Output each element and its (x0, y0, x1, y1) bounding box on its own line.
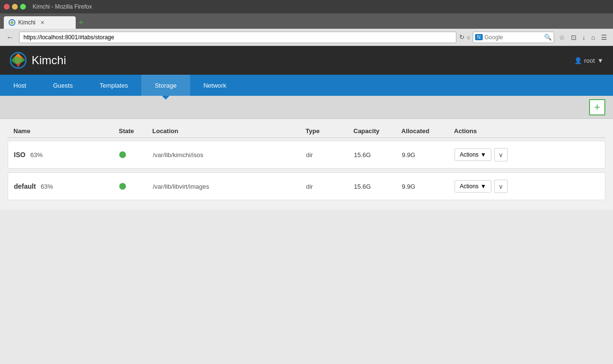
browser-search-box: N 🔍 (473, 32, 554, 43)
tab-favicon-icon (9, 19, 15, 26)
row-iso-percent: 63% (30, 151, 43, 159)
row-iso-name: ISO (14, 151, 25, 159)
row-default-percent: 63% (41, 183, 53, 190)
browser-address-bar: ← ↻ c N 🔍 ☆ ⊡ ↓ ⌂ ☰ (0, 29, 613, 46)
content-area: Name State Location Type Capacity Alloca… (0, 119, 613, 210)
row-default-state (119, 183, 153, 190)
iso-expand-button[interactable]: ∨ (494, 148, 508, 161)
status-active-dot (119, 183, 126, 190)
nav-bar: Host Guests Templates Storage Network (0, 75, 613, 96)
table-header: Name State Location Type Capacity Alloca… (8, 125, 605, 138)
row-default-capacity: 15.6G (354, 183, 402, 190)
row-name-cell: ISO 63% (14, 151, 119, 159)
toolbar: + (0, 96, 613, 119)
menu-button[interactable]: ☰ (599, 33, 609, 42)
row-default-location: /var/lib/libvirt/images (153, 183, 306, 190)
nav-item-templates[interactable]: Templates (86, 75, 141, 96)
nav-item-network[interactable]: Network (190, 75, 240, 96)
bookmark-list-button[interactable]: ⊡ (569, 33, 579, 42)
app-logo: Kimchi (10, 52, 66, 69)
row-iso-allocated: 9.9G (402, 151, 454, 159)
iso-actions-button[interactable]: Actions ▼ (454, 148, 491, 161)
browser-search-input[interactable] (485, 34, 542, 41)
row-iso-location: /var/lib/kimchi/isos (153, 151, 306, 159)
browser-tab-kimchi[interactable]: Kimchi ✕ (4, 16, 76, 29)
nav-storage-label: Storage (155, 82, 177, 89)
close-window-btn[interactable] (4, 4, 10, 10)
home-button[interactable]: ⌂ (590, 33, 597, 42)
user-label: root (584, 57, 595, 64)
col-header-allocated: Allocated (401, 127, 454, 135)
maximize-window-btn[interactable] (20, 4, 26, 10)
actions-dropdown-icon: ▼ (480, 151, 486, 158)
chevron-down-icon: ∨ (499, 183, 503, 190)
actions-dropdown-icon: ▼ (480, 183, 486, 190)
browser-back-button[interactable]: ← (4, 32, 16, 43)
default-actions-button[interactable]: Actions ▼ (454, 180, 491, 193)
browser-title-text: Kimchi - Mozilla Firefox (33, 3, 92, 10)
chevron-down-icon: ∨ (499, 151, 503, 159)
nav-templates-label: Templates (100, 82, 128, 89)
row-iso-actions: Actions ▼ ∨ (454, 148, 541, 161)
search-engine-icon: N (475, 34, 482, 40)
col-header-capacity: Capacity (353, 127, 401, 135)
col-header-location: Location (152, 127, 306, 135)
col-header-type: Type (306, 127, 353, 135)
row-default-actions: Actions ▼ ∨ (454, 180, 541, 193)
search-submit-button[interactable]: 🔍 (544, 34, 552, 41)
row-iso-type: dir (306, 151, 354, 159)
row-default-name-cell: default 63% (14, 182, 119, 190)
app-title: Kimchi (32, 54, 66, 67)
col-header-actions: Actions (454, 127, 540, 135)
browser-actions: ☆ ⊡ ↓ ⌂ ☰ (557, 33, 609, 42)
col-header-name: Name (13, 127, 119, 135)
refresh-icon: ↻ (459, 34, 465, 41)
app-header: Kimchi 👤 root ▼ (0, 46, 613, 75)
user-dropdown-icon: ▼ (597, 57, 603, 64)
window-controls (4, 4, 26, 10)
browser-tab-bar: Kimchi ✕ + (0, 13, 613, 29)
nav-guests-label: Guests (53, 82, 73, 89)
table-row: ISO 63% /var/lib/kimchi/isos dir 15.6G 9… (8, 141, 605, 169)
minimize-window-btn[interactable] (12, 4, 18, 10)
user-icon: 👤 (574, 57, 582, 64)
nav-host-label: Host (13, 82, 26, 89)
nav-network-label: Network (204, 82, 227, 89)
add-storage-button[interactable]: + (589, 99, 605, 115)
row-default-type: dir (306, 183, 354, 190)
row-default-allocated: 9.9G (402, 183, 454, 190)
download-button[interactable]: ↓ (580, 33, 588, 42)
bookmark-star-button[interactable]: ☆ (557, 33, 567, 42)
table-row: default 63% /var/lib/libvirt/images dir … (8, 172, 605, 200)
refresh-label: c (467, 34, 470, 40)
address-input[interactable] (19, 32, 456, 43)
default-expand-button[interactable]: ∨ (494, 180, 508, 193)
new-tab-button[interactable]: + (79, 18, 84, 28)
tab-close-btn[interactable]: ✕ (40, 20, 45, 26)
row-default-name: default (14, 182, 36, 190)
row-iso-capacity: 15.6G (354, 151, 402, 159)
kimchi-logo-icon (10, 52, 27, 69)
user-menu[interactable]: 👤 root ▼ (574, 57, 603, 64)
browser-title-bar: Kimchi - Mozilla Firefox (0, 0, 613, 13)
nav-item-guests[interactable]: Guests (40, 75, 86, 96)
tab-label: Kimchi (18, 19, 35, 26)
nav-item-host[interactable]: Host (0, 75, 40, 96)
col-header-state: State (119, 127, 152, 135)
row-iso-state (119, 151, 153, 158)
nav-item-storage[interactable]: Storage (141, 75, 190, 96)
status-active-dot (119, 151, 126, 158)
